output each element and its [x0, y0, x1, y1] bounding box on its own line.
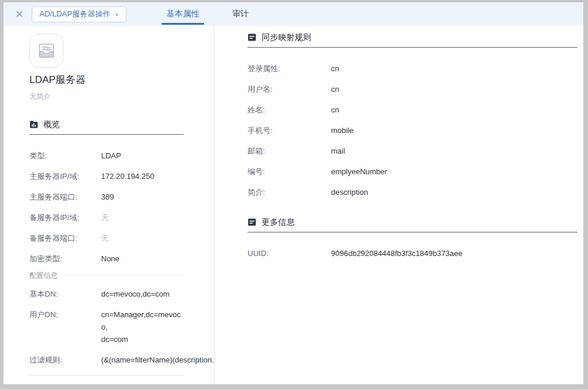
- sync-rules-section-header: 同步映射规则: [248, 31, 577, 43]
- overview-section-header: 概览: [29, 118, 183, 130]
- field-label: 姓名:: [248, 104, 331, 116]
- sync-rules-section-title: 同步映射规则: [262, 31, 311, 43]
- field-row-encryption: 加密类型: None: [29, 252, 183, 265]
- list-lines-icon: [248, 218, 256, 227]
- field-value: mail: [331, 145, 345, 157]
- field-row-type: 类型: LDAP: [29, 149, 183, 162]
- field-value: 172.20.194.250: [101, 170, 154, 182]
- field-row-uuid: UUID: 9096db292084448fb3f3c1849b373aee: [248, 247, 577, 260]
- more-info-section-header: 更多信息: [248, 216, 577, 228]
- field-value: (&(name=filterName)(description...: [101, 354, 215, 366]
- field-row-filter-rule: 过滤规则: (&(name=filterName)(description...: [29, 354, 183, 366]
- field-row-username: 用户名: cn: [248, 83, 577, 95]
- field-label: 用户DN:: [29, 308, 101, 345]
- field-label: 简介:: [248, 186, 331, 198]
- list-lines-icon: [248, 33, 256, 42]
- field-row-fullname: 姓名: cn: [248, 104, 577, 116]
- top-bar: ✕ AD/LDAP服务器操作 ∨ 基本属性 审计: [4, 2, 583, 26]
- field-value: emplyeeNumber: [331, 165, 387, 178]
- field-row-phone: 手机号: mobile: [248, 124, 577, 137]
- tab-bar: 基本属性 审计: [150, 2, 265, 26]
- field-value: cn: [331, 83, 339, 95]
- close-icon[interactable]: ✕: [11, 5, 28, 23]
- field-label: 过滤规则:: [29, 354, 101, 366]
- content-panes: LDAP服务器 无简介 概览 类型: LDAP 主服: [4, 26, 583, 384]
- more-info-section-title: 更多信息: [262, 216, 295, 228]
- field-value: 389: [101, 191, 114, 203]
- field-row-secondary-ip: 备服务器IP/域: 无: [29, 211, 183, 224]
- field-row-primary-port: 主服务器端口: 389: [29, 191, 183, 203]
- field-row-primary-ip: 主服务器IP/域: 172.20.194.250: [29, 170, 183, 182]
- field-row-user-dn: 用户DN: cn=Manager,dc=mevoco, dc=com: [29, 308, 183, 345]
- more-info-section-rule: [248, 232, 577, 232]
- left-summary-panel: LDAP服务器 无简介 概览 类型: LDAP 主服: [4, 26, 215, 384]
- field-value: LDAP: [101, 149, 121, 162]
- field-value: None: [101, 252, 119, 265]
- config-group-label: 配置信息: [29, 271, 58, 281]
- field-row-employee-number: 编号: emplyeeNumber: [248, 165, 577, 178]
- detail-window: ✕ AD/LDAP服务器操作 ∨ 基本属性 审计 LD: [4, 2, 583, 384]
- field-label: 加密类型:: [29, 252, 101, 265]
- field-label: 备服务器端口:: [29, 232, 101, 244]
- field-label: 备服务器IP/域:: [29, 211, 101, 224]
- field-value: cn: [331, 104, 339, 116]
- field-label: 主服务器端口:: [29, 191, 101, 203]
- field-value: cn=Manager,dc=mevoco, dc=com: [101, 308, 183, 345]
- field-label: 编号:: [248, 165, 331, 178]
- server-tray-icon: [29, 34, 64, 68]
- dotted-rule: [29, 375, 183, 375]
- dotted-rule: [64, 275, 183, 276]
- chart-folder-icon: [29, 120, 38, 129]
- field-label: 邮箱:: [248, 145, 331, 157]
- tab-basic-properties[interactable]: 基本属性: [164, 2, 202, 26]
- field-label: 用户名:: [248, 83, 331, 95]
- field-value: mobile: [331, 124, 353, 137]
- tab-audit[interactable]: 审计: [230, 2, 251, 26]
- field-row-secondary-port: 备服务器端口: 无: [29, 232, 183, 244]
- right-detail-panel: 同步映射规则 登录属性: cn 用户名: cn 姓名: cn 手机号: mobi…: [215, 26, 583, 384]
- field-value: 无: [101, 232, 109, 244]
- field-row-description: 简介: description: [248, 186, 577, 198]
- overview-section-rule: [29, 134, 183, 135]
- chevron-down-icon: ∨: [115, 12, 119, 17]
- field-row-email: 邮箱: mail: [248, 145, 577, 157]
- actions-dropdown-label: AD/LDAP服务器操作: [39, 9, 111, 19]
- field-row-base-dn: 基本DN: dc=mevoco,dc=com: [29, 288, 183, 300]
- field-value: 9096db292084448fb3f3c1849b373aee: [331, 247, 462, 260]
- actions-dropdown-button[interactable]: AD/LDAP服务器操作 ∨: [32, 6, 126, 22]
- field-row-login-attr: 登录属性: cn: [248, 62, 577, 75]
- sync-rules-section-rule: [248, 47, 577, 48]
- field-label: 基本DN:: [29, 288, 101, 300]
- entity-title: LDAP服务器: [29, 73, 183, 87]
- config-group-header: 配置信息: [29, 271, 183, 281]
- field-label: 类型:: [29, 149, 101, 162]
- field-label: UUID:: [248, 247, 331, 260]
- field-label: 主服务器IP/域:: [29, 170, 101, 182]
- entity-subtitle: 无简介: [29, 92, 183, 102]
- field-value: description: [331, 186, 368, 198]
- field-value: dc=mevoco,dc=com: [101, 288, 169, 300]
- overview-section-title: 概览: [44, 118, 60, 130]
- field-value: 无: [101, 211, 109, 224]
- field-label: 手机号:: [248, 124, 331, 137]
- field-label: 登录属性:: [248, 62, 331, 75]
- field-value: cn: [331, 62, 339, 75]
